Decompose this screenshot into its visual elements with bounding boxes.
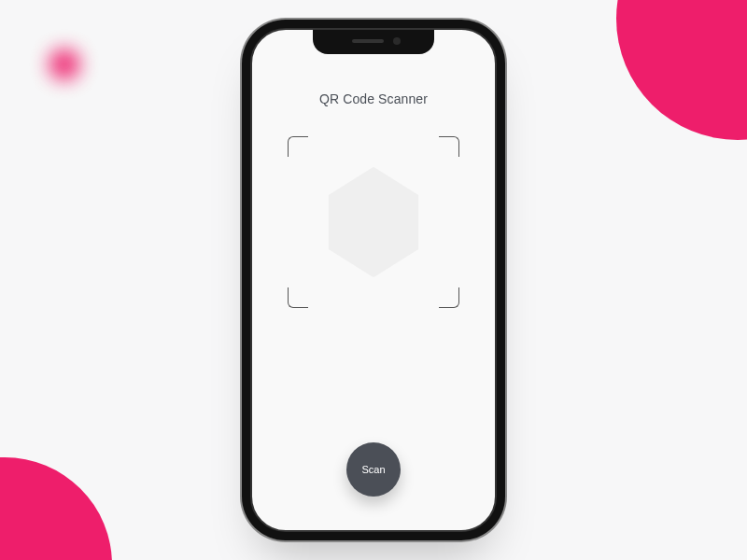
scan-button-label: Scan: [361, 464, 385, 475]
viewfinder-corner-icon: [288, 287, 308, 308]
page-title: QR Code Scanner: [319, 91, 428, 106]
scan-button[interactable]: Scan: [346, 442, 401, 497]
decorative-circle-blur: [49, 49, 80, 80]
viewfinder-corner-icon: [439, 136, 459, 157]
decorative-circle-bottom-left: [0, 457, 112, 560]
app-screen: QR Code Scanner Scan: [252, 30, 495, 530]
hexagon-placeholder-icon: [321, 163, 426, 281]
viewfinder-corner-icon: [288, 136, 308, 157]
viewfinder-corner-icon: [439, 287, 459, 308]
decorative-circle-top-right: [616, 0, 747, 140]
phone-mockup: QR Code Scanner Scan: [250, 28, 497, 532]
scan-viewfinder[interactable]: [288, 136, 459, 308]
